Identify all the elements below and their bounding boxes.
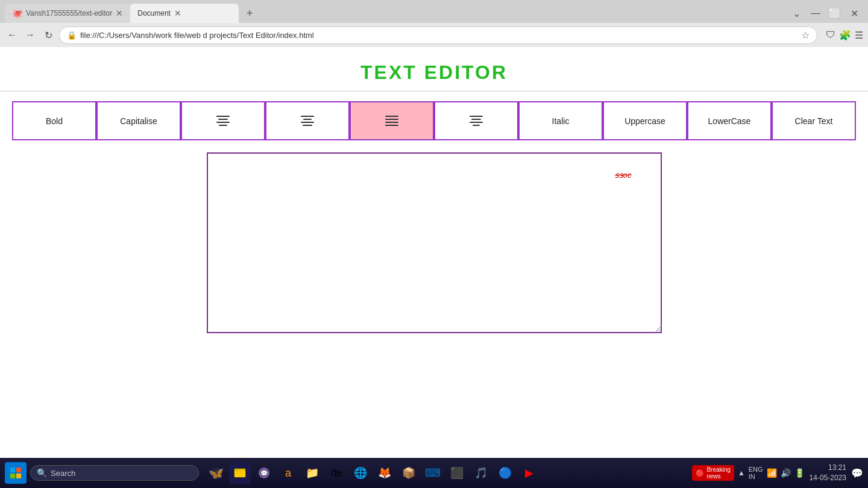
taskbar-app-play[interactable]: ▶ [518,462,540,484]
bookmark-icon[interactable]: ☆ [801,30,810,41]
align-left-button[interactable] [181,101,265,140]
svg-rect-5 [234,471,245,477]
svg-rect-2 [10,474,15,478]
editor-wrapper: ꜱꜱoc [207,152,662,333]
refresh-button[interactable]: ↻ [41,28,55,42]
taskbar-app-files[interactable] [229,462,251,484]
address-text: file:///C:/Users/Vansh/work file/web d p… [80,31,797,40]
lowercase-button[interactable]: LowerCase [687,101,772,140]
start-button[interactable] [5,462,27,484]
align-left-icon [216,116,230,126]
tab2-close[interactable]: ✕ [174,8,181,18]
taskbar-app-folder[interactable]: 📁 [301,462,323,484]
divider [0,91,868,92]
clock-date: 14-05-2023 [810,473,846,483]
tab-github[interactable]: 🐙 Vansh17555555/text-editor ✕ [5,4,130,23]
clock[interactable]: 13:21 14-05-2023 [810,463,846,483]
page-title: TEXT EDITOR [360,61,508,84]
files-icon [233,466,247,480]
shield-icon[interactable]: 🛡 [826,30,835,41]
taskbar: 🔍 Search 🦋 💬 a 📁 🛍 🌐 🦊 📦 ⌨ ⬛ 🎵 🔵 ▶ [0,458,868,488]
battery-icon[interactable]: 🔋 [794,468,805,478]
taskbar-app-butterflies[interactable]: 🦋 [205,462,227,484]
tab-bar: 🐙 Vansh17555555/text-editor ✕ Document ✕… [0,0,868,23]
back-button[interactable]: ← [5,28,19,42]
chat-icon: 💬 [257,466,271,480]
maximize-button[interactable]: ⬜ [826,4,844,22]
clear-text-button[interactable]: Clear Text [772,101,856,140]
taskbar-app-spotify[interactable]: 🎵 [470,462,492,484]
align-justify-button[interactable] [350,101,434,140]
taskbar-app-store[interactable]: 🛍 [326,462,347,484]
taskbar-right: ▲ ENG IN 📶 🔊 🔋 13:21 14-05-2023 💬 [738,463,863,483]
lang-indicator: ENG IN [749,466,763,480]
text-editor-area[interactable] [207,152,662,333]
wifi-icon[interactable]: 📶 [767,468,777,478]
tab-document[interactable]: Document ✕ [130,4,239,23]
github-favicon: 🐙 [12,8,22,18]
tab1-label: Vansh17555555/text-editor [26,9,112,17]
align-right-button[interactable] [434,101,518,140]
minimize-button[interactable]: — [807,4,825,22]
tab2-label: Document [137,9,171,17]
breaking-news-label: Breaking news [706,466,730,480]
taskbar-app-amazon[interactable]: a [277,462,299,484]
search-icon: 🔍 [37,468,47,478]
taskbar-search[interactable]: 🔍 Search [30,465,199,481]
new-tab-button[interactable]: + [242,6,257,20]
close-button[interactable]: ✕ [845,4,863,22]
align-right-icon [470,116,483,126]
svg-rect-6 [234,470,239,471]
taskbar-apps: 🦋 💬 a 📁 🛍 🌐 🦊 📦 ⌨ ⬛ 🎵 🔵 ▶ [205,462,540,484]
taskbar-app-chrome[interactable]: 🔵 [494,462,516,484]
taskbar-app-chat[interactable]: 💬 [253,462,275,484]
bold-button[interactable]: Bold [12,101,96,140]
lock-icon: 🔒 [67,31,77,40]
tray-up-icon[interactable]: ▲ [738,469,745,477]
search-label: Search [51,469,75,478]
notification-icon[interactable]: 💬 [851,468,863,479]
toolbar-icons: 🛡 🧩 ☰ [826,30,863,41]
browser-chrome: 🐙 Vansh17555555/text-editor ✕ Document ✕… [0,0,868,47]
taskbar-app-terminal[interactable]: ⬛ [446,462,468,484]
toolbar: Bold Capitalise Italic Uppercase LowerCa… [6,101,862,140]
clock-time: 13:21 [810,463,846,473]
uppercase-button[interactable]: Uppercase [603,101,687,140]
volume-icon[interactable]: 🔊 [781,468,791,478]
address-bar-row: ← → ↻ 🔒 file:///C:/Users/Vansh/work file… [0,23,868,47]
window-controls: ⌄ — ⬜ ✕ [787,4,863,22]
taskbar-app-vscode[interactable]: ⌨ [422,462,444,484]
extensions-icon[interactable]: 🧩 [839,30,851,41]
align-justify-icon [385,116,398,126]
breaking-news-icon: 🔴 [696,469,704,477]
svg-rect-0 [10,468,15,472]
italic-button[interactable]: Italic [518,101,603,140]
windows-icon [10,467,22,479]
menu-icon[interactable]: ☰ [855,30,863,41]
svg-rect-1 [16,468,21,472]
taskbar-app-firefox[interactable]: 🦊 [374,462,395,484]
taskbar-app-edge[interactable]: 🌐 [350,462,371,484]
align-center-button[interactable] [265,101,350,140]
forward-button[interactable]: → [23,28,37,42]
tab1-close[interactable]: ✕ [116,8,123,18]
page-content: TEXT EDITOR Bold Capitalise Italic Upper… [0,47,868,458]
taskbar-app-dropbox[interactable]: 📦 [398,462,420,484]
align-center-icon [301,116,314,126]
address-bar[interactable]: 🔒 file:///C:/Users/Vansh/work file/web d… [59,27,817,44]
tab-list-button[interactable]: ⌄ [787,4,805,22]
capitalise-button[interactable]: Capitalise [96,101,181,140]
svg-text:💬: 💬 [260,469,268,477]
svg-rect-3 [16,474,21,478]
system-tray: ▲ ENG IN 📶 🔊 🔋 [738,466,805,480]
breaking-news: 🔴 Breaking news [692,465,734,481]
